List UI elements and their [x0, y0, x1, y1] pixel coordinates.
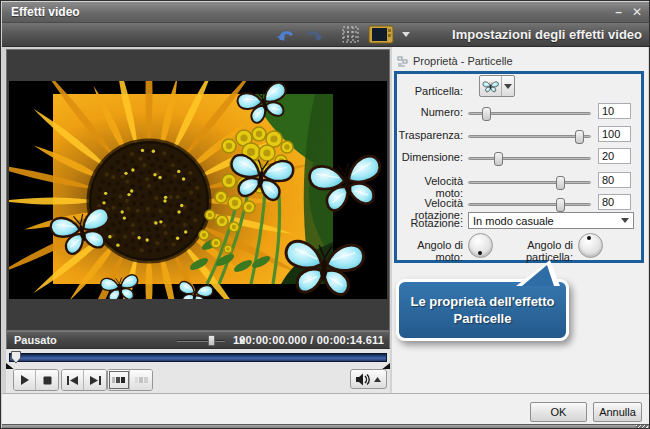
close-button[interactable]: ✕	[632, 2, 642, 23]
properties-icon	[397, 56, 408, 67]
dial-indicator-dot	[587, 236, 591, 240]
seek-bar[interactable]	[9, 353, 387, 362]
speed-slider-thumb[interactable]	[208, 335, 215, 346]
velocita-rotazione-value-input[interactable]	[598, 194, 631, 210]
filmstrip-button-2-disabled[interactable]	[130, 370, 152, 390]
toolbar: Impostazioni degli effetti video	[2, 23, 650, 47]
chevron-down-icon	[402, 32, 410, 37]
velocita-moto-slider[interactable]	[468, 181, 591, 184]
grid-button[interactable]	[338, 25, 362, 45]
video-content-sunflower-butterflies	[9, 81, 387, 299]
monitor-dropdown-button[interactable]	[400, 25, 412, 45]
trasparenza-value-input[interactable]	[598, 126, 631, 142]
title-bar[interactable]: Effetti video – ✕	[2, 2, 650, 23]
callout-tail	[514, 258, 562, 287]
volume-button[interactable]	[350, 369, 387, 389]
rotazione-label: Rotazione:	[397, 217, 463, 229]
chevron-down-icon	[621, 218, 629, 223]
velocita-moto-value-input[interactable]	[598, 172, 631, 188]
butterfly-icon	[480, 76, 501, 96]
dimensione-slider[interactable]	[468, 157, 591, 160]
callout-text-line1: Le proprietà dell'effetto	[411, 293, 555, 310]
dial-indicator-dot	[478, 251, 482, 255]
resize-grip-icon[interactable]	[636, 425, 648, 429]
playback-status-bar: Pausato 1x 00:00:00.000 / 00:00:14.611	[6, 331, 390, 349]
redo-button[interactable]	[302, 25, 326, 45]
panel-title: Proprietà - Particelle	[413, 55, 513, 67]
angolo-moto-dial[interactable]	[468, 233, 493, 258]
redo-icon	[305, 27, 323, 43]
numero-slider[interactable]	[468, 112, 591, 115]
window-bottom-frame	[2, 424, 650, 429]
speed-slider[interactable]	[177, 332, 225, 348]
seek-strip	[6, 349, 390, 369]
skip-forward-icon	[90, 376, 101, 385]
ok-button[interactable]: OK	[530, 402, 587, 422]
speaker-icon	[356, 373, 371, 386]
effects-dialog-window: Effetti video – ✕	[0, 0, 650, 429]
undo-button[interactable]	[274, 25, 298, 45]
rotazione-selected-value: In modo casuale	[473, 215, 554, 227]
effect-properties-box: Particella: Numero: Trasparenza:	[394, 71, 644, 263]
particle-label: Particella:	[397, 85, 463, 97]
filmstrip-icon	[112, 376, 125, 384]
trasparenza-label: Trasparenza:	[397, 129, 463, 141]
monitor-button[interactable]	[366, 25, 396, 45]
filmstrip-icon-disabled	[135, 376, 148, 384]
callout-bubble: Le proprietà dell'effetto Particelle	[396, 279, 569, 341]
minimize-button[interactable]: –	[615, 2, 622, 23]
next-frame-button[interactable]	[84, 370, 106, 390]
numero-label: Numero:	[397, 106, 463, 118]
undo-icon	[277, 27, 295, 43]
dimensione-value-input[interactable]	[598, 148, 631, 164]
stop-icon	[43, 376, 52, 385]
velocita-moto-slider-thumb[interactable]	[556, 176, 565, 190]
particle-dropdown[interactable]	[479, 75, 515, 97]
volume-up-arrow-icon	[374, 377, 381, 382]
velocita-rotazione-slider-thumb[interactable]	[556, 198, 565, 212]
numero-value-input[interactable]	[598, 103, 631, 119]
skip-back-icon	[67, 376, 78, 385]
angolo-moto-label: Angolo di moto:	[397, 239, 463, 263]
filmstrip-button-1[interactable]	[108, 370, 130, 390]
play-icon	[20, 375, 30, 385]
panel-header: Proprietà - Particelle	[394, 53, 513, 69]
transport-controls	[6, 369, 390, 393]
dimensione-slider-thumb[interactable]	[494, 152, 503, 166]
chevron-down-icon	[504, 84, 512, 89]
video-frame[interactable]	[9, 81, 387, 299]
particle-dropdown-arrow[interactable]	[501, 76, 514, 96]
playback-status: Pausato	[7, 334, 57, 346]
play-button[interactable]	[14, 370, 36, 390]
butterfly-particle	[483, 82, 498, 92]
toolbar-heading: Impostazioni degli effetti video	[452, 27, 642, 42]
video-preview-panel	[6, 49, 390, 331]
trasparenza-slider[interactable]	[468, 135, 591, 138]
stop-button[interactable]	[36, 370, 58, 390]
properties-panel: Proprietà - Particelle Particella: Numer…	[392, 47, 648, 394]
monitor-icon	[368, 25, 394, 45]
time-display: 00:00:00.000 / 00:00:14.611	[239, 334, 384, 346]
cancel-button[interactable]: Annulla	[593, 402, 642, 422]
previous-frame-button[interactable]	[62, 370, 84, 390]
dimensione-label: Dimensione:	[397, 151, 463, 163]
velocita-rotazione-slider[interactable]	[468, 203, 591, 206]
window-title: Effetti video	[2, 5, 80, 19]
footer: OK Annulla	[2, 394, 650, 424]
angolo-particella-dial[interactable]	[578, 233, 603, 258]
trasparenza-slider-thumb[interactable]	[575, 130, 584, 144]
numero-slider-thumb[interactable]	[482, 107, 491, 121]
rotazione-dropdown[interactable]: In modo casuale	[468, 212, 634, 229]
grid-icon	[342, 26, 359, 43]
callout-text-line2: Particelle	[454, 310, 512, 327]
